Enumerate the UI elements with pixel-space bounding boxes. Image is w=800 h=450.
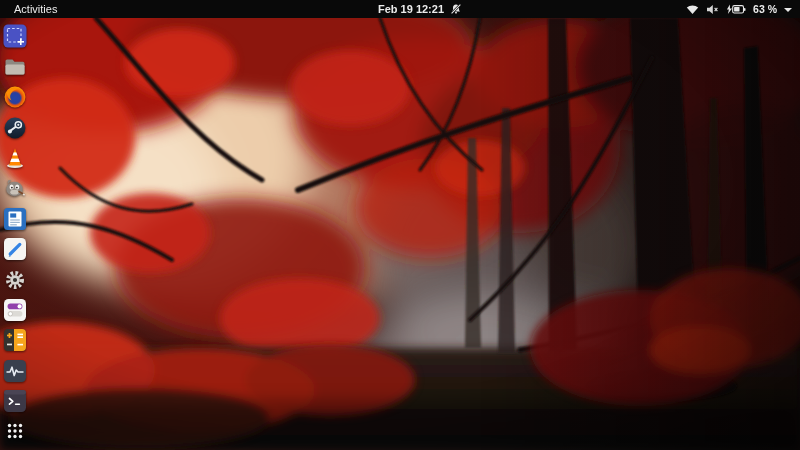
tweaks-icon	[3, 298, 27, 322]
wallpaper-forest-image	[0, 18, 800, 450]
chevron-down-icon	[784, 8, 792, 12]
dock-item-firefox[interactable]	[3, 85, 27, 109]
system-monitor-icon	[3, 359, 27, 383]
dock	[0, 18, 30, 450]
dock-item-vlc[interactable]	[3, 146, 27, 170]
desktop: Activities Feb 19 12:21	[0, 0, 800, 450]
dock-item-gimp[interactable]	[3, 176, 27, 200]
dock-item-steam[interactable]	[3, 116, 27, 140]
battery-charging-icon	[726, 4, 746, 15]
dock-item-show-applications[interactable]	[3, 419, 27, 443]
calculator-icon	[3, 328, 27, 352]
system-tray-button[interactable]: 63 %	[686, 3, 792, 15]
flameshot-icon	[3, 24, 27, 48]
dock-item-settings[interactable]	[3, 268, 27, 292]
dock-item-tweaks[interactable]	[3, 298, 27, 322]
bell-muted-icon	[450, 3, 462, 15]
show-applications-grid-icon	[3, 419, 27, 443]
top-bar: Activities Feb 19 12:21	[0, 0, 800, 18]
dock-item-terminal[interactable]	[3, 389, 27, 413]
files-folder-icon	[3, 55, 27, 79]
terminal-icon	[3, 389, 27, 413]
wifi-icon	[686, 4, 699, 15]
clock-button[interactable]: Feb 19 12:21	[378, 3, 462, 15]
text-editor-icon	[3, 237, 27, 261]
clock-label: Feb 19 12:21	[378, 3, 444, 15]
battery-percent-label: 63 %	[753, 3, 777, 15]
gimp-icon	[3, 176, 27, 200]
volume-muted-icon	[706, 4, 719, 15]
dock-item-calculator[interactable]	[3, 328, 27, 352]
vlc-cone-icon	[3, 146, 27, 170]
dock-item-flameshot[interactable]	[3, 24, 27, 48]
dock-item-files[interactable]	[3, 55, 27, 79]
dock-item-text-editor[interactable]	[3, 237, 27, 261]
activities-button[interactable]: Activities	[9, 2, 62, 16]
settings-gear-icon	[3, 268, 27, 292]
dock-item-libreoffice-writer[interactable]	[3, 207, 27, 231]
firefox-icon	[3, 85, 27, 109]
dock-item-system-monitor[interactable]	[3, 359, 27, 383]
steam-icon	[3, 116, 27, 140]
libreoffice-writer-icon	[3, 207, 27, 231]
